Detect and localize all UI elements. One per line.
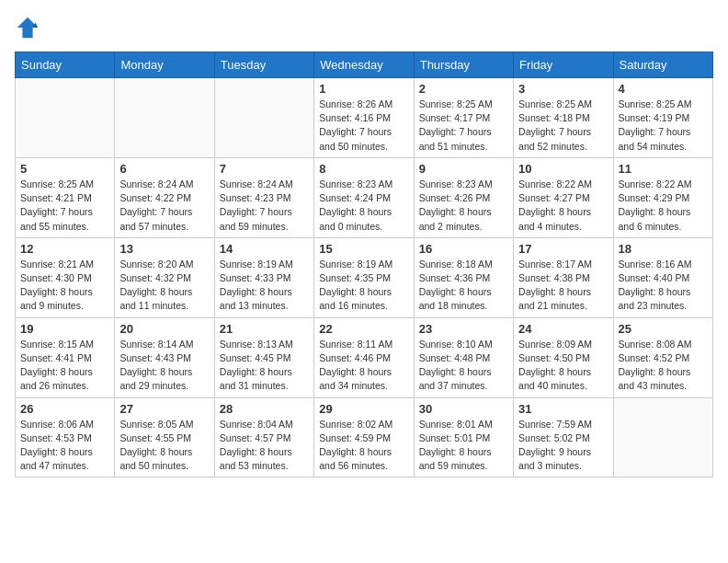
week-row-3: 12Sunrise: 8:21 AM Sunset: 4:30 PM Dayli… xyxy=(16,237,713,317)
day-info: Sunrise: 8:22 AM Sunset: 4:29 PM Dayligh… xyxy=(619,178,708,234)
calendar-cell xyxy=(115,78,214,158)
day-info: Sunrise: 8:04 AM Sunset: 4:57 PM Dayligh… xyxy=(220,418,309,474)
weekday-header-monday: Monday xyxy=(115,52,214,78)
weekday-header-thursday: Thursday xyxy=(414,52,513,78)
calendar-cell xyxy=(214,78,313,158)
calendar-cell: 6Sunrise: 8:24 AM Sunset: 4:22 PM Daylig… xyxy=(115,157,214,237)
day-info: Sunrise: 8:11 AM Sunset: 4:46 PM Dayligh… xyxy=(319,338,408,394)
day-info: Sunrise: 8:25 AM Sunset: 4:21 PM Dayligh… xyxy=(20,178,109,234)
day-number: 6 xyxy=(119,162,209,176)
day-info: Sunrise: 8:20 AM Sunset: 4:32 PM Dayligh… xyxy=(119,258,209,314)
weekday-header-friday: Friday xyxy=(514,52,613,78)
day-number: 4 xyxy=(619,82,708,96)
day-info: Sunrise: 8:13 AM Sunset: 4:45 PM Dayligh… xyxy=(220,338,309,394)
day-info: Sunrise: 8:08 AM Sunset: 4:52 PM Dayligh… xyxy=(619,338,708,394)
logo xyxy=(15,15,44,40)
day-number: 28 xyxy=(220,402,309,416)
day-info: Sunrise: 8:16 AM Sunset: 4:40 PM Dayligh… xyxy=(619,258,708,314)
day-number: 13 xyxy=(119,242,209,256)
week-row-2: 5Sunrise: 8:25 AM Sunset: 4:21 PM Daylig… xyxy=(16,157,713,237)
week-row-5: 26Sunrise: 8:06 AM Sunset: 4:53 PM Dayli… xyxy=(16,397,713,477)
calendar-cell: 15Sunrise: 8:19 AM Sunset: 4:35 PM Dayli… xyxy=(314,237,414,317)
day-number: 1 xyxy=(319,82,408,96)
calendar-cell: 1Sunrise: 8:26 AM Sunset: 4:16 PM Daylig… xyxy=(314,78,414,158)
day-number: 7 xyxy=(220,162,309,176)
day-info: Sunrise: 8:06 AM Sunset: 4:53 PM Dayligh… xyxy=(20,418,109,474)
day-info: Sunrise: 8:24 AM Sunset: 4:22 PM Dayligh… xyxy=(119,178,209,234)
calendar-cell: 20Sunrise: 8:14 AM Sunset: 4:43 PM Dayli… xyxy=(115,317,214,397)
day-number: 15 xyxy=(319,242,408,256)
day-number: 19 xyxy=(20,322,109,336)
weekday-header-sunday: Sunday xyxy=(16,52,115,78)
calendar-cell: 9Sunrise: 8:23 AM Sunset: 4:26 PM Daylig… xyxy=(414,157,513,237)
calendar-cell: 24Sunrise: 8:09 AM Sunset: 4:50 PM Dayli… xyxy=(514,317,613,397)
calendar-cell: 22Sunrise: 8:11 AM Sunset: 4:46 PM Dayli… xyxy=(314,317,414,397)
calendar-cell xyxy=(613,397,712,477)
day-info: Sunrise: 8:25 AM Sunset: 4:17 PM Dayligh… xyxy=(419,98,508,154)
calendar-cell: 18Sunrise: 8:16 AM Sunset: 4:40 PM Dayli… xyxy=(613,237,712,317)
day-info: Sunrise: 8:09 AM Sunset: 4:50 PM Dayligh… xyxy=(518,338,608,394)
calendar-table: SundayMondayTuesdayWednesdayThursdayFrid… xyxy=(15,52,713,477)
calendar-cell xyxy=(16,78,115,158)
calendar-cell: 13Sunrise: 8:20 AM Sunset: 4:32 PM Dayli… xyxy=(115,237,214,317)
day-info: Sunrise: 7:59 AM Sunset: 5:02 PM Dayligh… xyxy=(518,418,608,474)
calendar-cell: 29Sunrise: 8:02 AM Sunset: 4:59 PM Dayli… xyxy=(314,397,414,477)
calendar-cell: 3Sunrise: 8:25 AM Sunset: 4:18 PM Daylig… xyxy=(514,78,613,158)
day-number: 12 xyxy=(20,242,109,256)
day-number: 5 xyxy=(20,162,109,176)
day-info: Sunrise: 8:24 AM Sunset: 4:23 PM Dayligh… xyxy=(220,178,309,234)
weekday-header-wednesday: Wednesday xyxy=(314,52,414,78)
calendar-cell: 7Sunrise: 8:24 AM Sunset: 4:23 PM Daylig… xyxy=(214,157,313,237)
day-info: Sunrise: 8:22 AM Sunset: 4:27 PM Dayligh… xyxy=(518,178,608,234)
weekday-header-saturday: Saturday xyxy=(613,52,712,78)
day-number: 21 xyxy=(220,322,309,336)
calendar-cell: 16Sunrise: 8:18 AM Sunset: 4:36 PM Dayli… xyxy=(414,237,513,317)
calendar-cell: 12Sunrise: 8:21 AM Sunset: 4:30 PM Dayli… xyxy=(16,237,115,317)
day-number: 3 xyxy=(518,82,608,96)
day-info: Sunrise: 8:14 AM Sunset: 4:43 PM Dayligh… xyxy=(119,338,209,394)
day-number: 29 xyxy=(319,402,408,416)
day-info: Sunrise: 8:23 AM Sunset: 4:24 PM Dayligh… xyxy=(319,178,408,234)
day-number: 30 xyxy=(419,402,508,416)
day-number: 26 xyxy=(20,402,109,416)
calendar-header-row: SundayMondayTuesdayWednesdayThursdayFrid… xyxy=(16,52,713,78)
calendar-cell: 28Sunrise: 8:04 AM Sunset: 4:57 PM Dayli… xyxy=(214,397,313,477)
calendar-cell: 5Sunrise: 8:25 AM Sunset: 4:21 PM Daylig… xyxy=(16,157,115,237)
day-number: 20 xyxy=(119,322,209,336)
day-number: 9 xyxy=(419,162,508,176)
calendar-cell: 30Sunrise: 8:01 AM Sunset: 5:01 PM Dayli… xyxy=(414,397,513,477)
day-info: Sunrise: 8:25 AM Sunset: 4:18 PM Dayligh… xyxy=(518,98,608,154)
day-number: 10 xyxy=(518,162,608,176)
calendar-cell: 2Sunrise: 8:25 AM Sunset: 4:17 PM Daylig… xyxy=(414,78,513,158)
calendar-cell: 19Sunrise: 8:15 AM Sunset: 4:41 PM Dayli… xyxy=(16,317,115,397)
day-info: Sunrise: 8:19 AM Sunset: 4:33 PM Dayligh… xyxy=(220,258,309,314)
calendar-cell: 17Sunrise: 8:17 AM Sunset: 4:38 PM Dayli… xyxy=(514,237,613,317)
day-info: Sunrise: 8:15 AM Sunset: 4:41 PM Dayligh… xyxy=(20,338,109,394)
calendar-cell: 8Sunrise: 8:23 AM Sunset: 4:24 PM Daylig… xyxy=(314,157,414,237)
calendar-cell: 21Sunrise: 8:13 AM Sunset: 4:45 PM Dayli… xyxy=(214,317,313,397)
day-number: 22 xyxy=(319,322,408,336)
day-number: 31 xyxy=(518,402,608,416)
calendar-cell: 25Sunrise: 8:08 AM Sunset: 4:52 PM Dayli… xyxy=(613,317,712,397)
day-number: 14 xyxy=(220,242,309,256)
day-info: Sunrise: 8:05 AM Sunset: 4:55 PM Dayligh… xyxy=(119,418,209,474)
calendar-cell: 10Sunrise: 8:22 AM Sunset: 4:27 PM Dayli… xyxy=(514,157,613,237)
logo-icon xyxy=(15,15,40,40)
day-info: Sunrise: 8:26 AM Sunset: 4:16 PM Dayligh… xyxy=(319,98,408,154)
calendar-cell: 11Sunrise: 8:22 AM Sunset: 4:29 PM Dayli… xyxy=(613,157,712,237)
week-row-4: 19Sunrise: 8:15 AM Sunset: 4:41 PM Dayli… xyxy=(16,317,713,397)
day-number: 25 xyxy=(619,322,708,336)
day-number: 11 xyxy=(619,162,708,176)
page-header xyxy=(15,15,713,40)
calendar-cell: 27Sunrise: 8:05 AM Sunset: 4:55 PM Dayli… xyxy=(115,397,214,477)
day-info: Sunrise: 8:25 AM Sunset: 4:19 PM Dayligh… xyxy=(619,98,708,154)
calendar-cell: 31Sunrise: 7:59 AM Sunset: 5:02 PM Dayli… xyxy=(514,397,613,477)
weekday-header-tuesday: Tuesday xyxy=(214,52,313,78)
day-number: 16 xyxy=(419,242,508,256)
day-info: Sunrise: 8:23 AM Sunset: 4:26 PM Dayligh… xyxy=(419,178,508,234)
day-number: 17 xyxy=(518,242,608,256)
day-number: 2 xyxy=(419,82,508,96)
week-row-1: 1Sunrise: 8:26 AM Sunset: 4:16 PM Daylig… xyxy=(16,78,713,158)
day-number: 27 xyxy=(119,402,209,416)
day-number: 18 xyxy=(619,242,708,256)
